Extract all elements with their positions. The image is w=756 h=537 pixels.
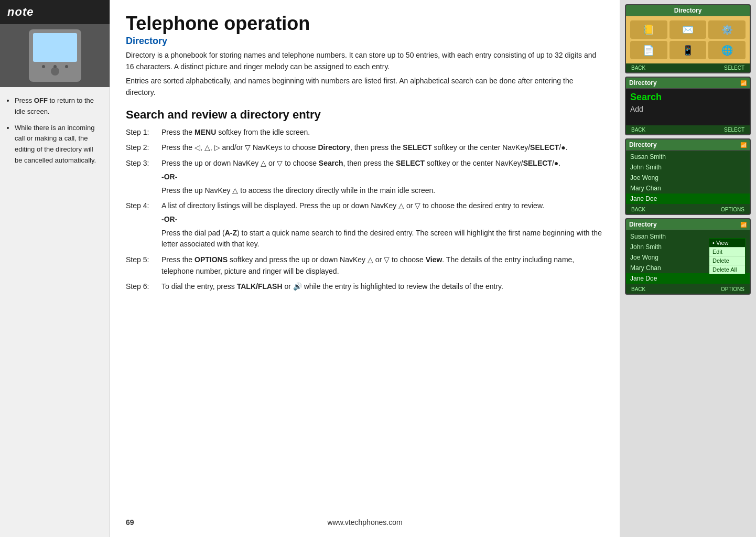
- main-content: Telephone operation Directory Directory …: [110, 0, 620, 537]
- contact-john-smith-3[interactable]: John Smith: [626, 162, 750, 173]
- phone-screen-3: Directory 📶 Susan Smith John Smith Joe W…: [625, 138, 751, 215]
- screen3-back[interactable]: BACK: [631, 207, 645, 212]
- icon-phonebook: 📒: [630, 20, 667, 39]
- step-3-label: Step 3:: [126, 157, 161, 199]
- dropdown-delete[interactable]: Delete: [709, 256, 745, 265]
- screen4-title: Directory: [629, 221, 657, 228]
- step-3-row: Step 3: Press the up or down NavKey △ or…: [126, 157, 604, 199]
- icon-globe: 🌐: [708, 41, 746, 59]
- screen1-header: Directory: [626, 5, 750, 16]
- phone-screen-4: Directory 📶 Susan Smith John Smith Joe W…: [625, 218, 751, 295]
- screen1-body: 📒 ✉️ ⚙️ 📄 📱 🌐: [626, 16, 750, 63]
- step-2-content: Press the ◁, △, ▷ and/or ▽ NavKeys to ch…: [161, 141, 604, 157]
- contact-mary-chan-3[interactable]: Mary Chan: [626, 183, 750, 194]
- dropdown-edit[interactable]: Edit: [709, 248, 745, 256]
- screen2-header: Directory 📶: [626, 78, 750, 89]
- screen1-select[interactable]: SELECT: [724, 65, 744, 71]
- step-1-row: Step 1: Press the MENU softkey from the …: [126, 126, 604, 142]
- svg-point-5: [65, 65, 68, 68]
- screen4-footer: BACK OPTIONS: [626, 285, 750, 294]
- step-5-label: Step 5:: [126, 253, 161, 280]
- note-bullet-1: Press OFF to return to the idle screen.: [15, 95, 102, 117]
- contact-joe-wong-3[interactable]: Joe Wong: [626, 173, 750, 183]
- options-dropdown: • View Edit Delete Delete All: [709, 238, 746, 274]
- signal-icon: 📶: [740, 80, 747, 86]
- step-1-label: Step 1:: [126, 126, 161, 142]
- menu-item-search[interactable]: Search: [630, 91, 746, 104]
- description-1: Directory is a phonebook for storing nam…: [126, 50, 604, 72]
- screen3-signal-icon: 📶: [740, 142, 747, 148]
- note-panel: note Press OFF to return to the idle scr…: [0, 0, 110, 537]
- icon-envelope: ✉️: [669, 20, 707, 39]
- step-4-row: Step 4: A list of directory listings wil…: [126, 199, 604, 253]
- note-bullets-list: Press OFF to return to the idle screen. …: [0, 87, 110, 180]
- svg-point-2: [51, 67, 59, 76]
- page-title: Telephone operation: [126, 13, 604, 35]
- screen1-back[interactable]: BACK: [631, 65, 645, 71]
- screen4-signal-icon: 📶: [740, 222, 747, 228]
- menu-item-add[interactable]: Add: [630, 104, 746, 114]
- screen4-options[interactable]: OPTIONS: [721, 286, 744, 292]
- screen3-title: Directory: [629, 141, 657, 148]
- screen3-header: Directory 📶: [626, 139, 750, 151]
- note-header: note: [0, 0, 110, 24]
- step-4-label: Step 4:: [126, 199, 161, 253]
- screen3-list-body: Susan Smith John Smith Joe Wong Mary Cha…: [626, 151, 750, 205]
- dropdown-delete-all[interactable]: Delete All: [709, 265, 745, 274]
- svg-point-3: [42, 65, 45, 68]
- icon-document: 📄: [630, 41, 667, 59]
- right-panel: Directory 📒 ✉️ ⚙️ 📄 📱 🌐 BACK SELECT Dire…: [620, 0, 756, 537]
- step-6-row: Step 6: To dial the entry, press TALK/FL…: [126, 280, 604, 296]
- section-title-directory: Directory: [126, 36, 604, 47]
- screen2-title: Directory: [629, 79, 657, 87]
- contact-jane-doe-3[interactable]: Jane Doe: [626, 194, 750, 204]
- contact-susan-smith-3[interactable]: Susan Smith: [626, 152, 750, 162]
- screen4-list-body: Susan Smith John Smith Joe Wong Mary Cha…: [626, 230, 750, 285]
- note-image: [0, 24, 110, 87]
- phone-screen-2: Directory 📶 Search Add BACK SELECT: [625, 77, 751, 135]
- screen2-back[interactable]: BACK: [631, 127, 645, 133]
- step-5-row: Step 5: Press the OPTIONS softkey and pr…: [126, 253, 604, 280]
- search-section-heading: Search and review a directory entry: [126, 108, 604, 122]
- steps-table: Step 1: Press the MENU softkey from the …: [126, 126, 604, 296]
- page-number: 69: [126, 518, 134, 527]
- website-url: www.vtechphones.com: [327, 518, 402, 527]
- note-bullet-2: While there is an incoming call or makin…: [15, 123, 102, 166]
- contact-jane-doe-4[interactable]: Jane Doe: [626, 273, 750, 284]
- screen3-options[interactable]: OPTIONS: [721, 207, 744, 212]
- screen1-footer: BACK SELECT: [626, 63, 750, 72]
- dropdown-view[interactable]: • View: [709, 239, 745, 248]
- screen4-header: Directory 📶: [626, 219, 750, 230]
- screen3-footer: BACK OPTIONS: [626, 205, 750, 214]
- step-2-row: Step 2: Press the ◁, △, ▷ and/or ▽ NavKe…: [126, 141, 604, 157]
- screen4-back[interactable]: BACK: [631, 286, 645, 292]
- phone-screen-1: Directory 📒 ✉️ ⚙️ 📄 📱 🌐 BACK SELECT: [625, 4, 751, 73]
- description-2: Entries are sorted alphabetically, and n…: [126, 76, 604, 98]
- svg-point-4: [53, 65, 57, 68]
- screen2-select[interactable]: SELECT: [724, 127, 744, 133]
- step-1-content: Press the MENU softkey from the idle scr…: [161, 126, 604, 142]
- step-6-content: To dial the entry, press TALK/FLASH or 🔊…: [161, 280, 604, 296]
- screen2-body: Search Add: [626, 89, 750, 125]
- svg-rect-1: [33, 33, 77, 62]
- step-5-content: Press the OPTIONS softkey and press the …: [161, 253, 604, 280]
- icon-settings: ⚙️: [708, 20, 746, 39]
- step-6-label: Step 6:: [126, 280, 161, 296]
- screen2-footer: BACK SELECT: [626, 125, 750, 134]
- step-3-content: Press the up or down NavKey △ or ▽ to ch…: [161, 157, 604, 199]
- step-2-label: Step 2:: [126, 141, 161, 157]
- step-4-content: A list of directory listings will be dis…: [161, 199, 604, 253]
- icon-phone: 📱: [669, 41, 707, 59]
